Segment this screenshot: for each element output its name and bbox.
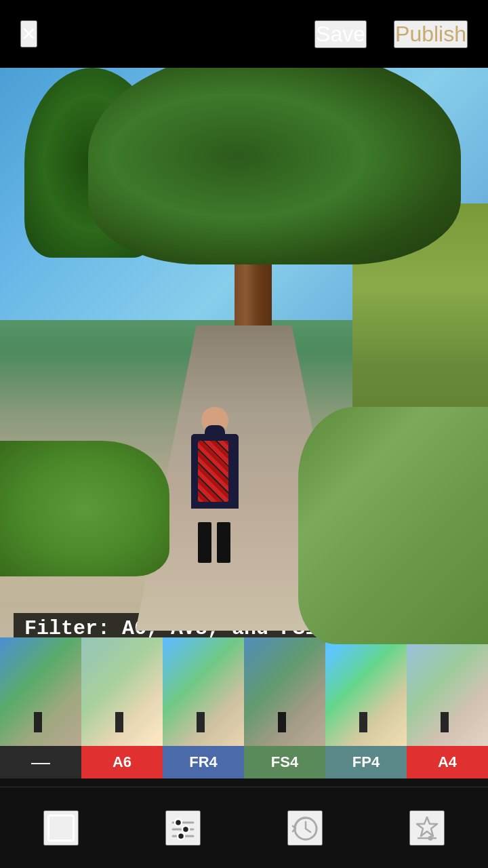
filter-label-A4: A4: [407, 746, 488, 778]
adjust-icon: [167, 812, 199, 844]
filter-label-none: —: [0, 746, 81, 778]
publish-button[interactable]: Publish: [394, 20, 468, 48]
filter-thumb-img-FS4: [244, 637, 325, 746]
presets-icon-container: [411, 812, 443, 844]
grass-left: [0, 441, 169, 576]
frame-icon: [45, 812, 77, 844]
filter-thumb-A4: [407, 637, 488, 746]
history-icon-container: [289, 812, 321, 844]
person-head: [201, 407, 228, 434]
bottom-toolbar: [0, 787, 488, 868]
thumb-person-FS4: [278, 712, 286, 732]
person-plaid: [198, 441, 228, 502]
thumb-person-A4: [441, 712, 449, 732]
svg-marker-7: [417, 817, 437, 836]
svg-point-5: [178, 833, 184, 840]
photo-background: Programs that i mainly use: VSCO Filter:…: [0, 68, 488, 698]
filter-item-A4[interactable]: A4: [407, 637, 488, 787]
square-icon: [47, 814, 75, 842]
filter-thumb-img-none: [0, 637, 81, 746]
filter-thumb-img-A4: [407, 637, 488, 746]
thumb-person-FP4: [359, 712, 367, 732]
filter-thumb-FP4: [325, 637, 407, 746]
person: [184, 407, 245, 556]
person-leg-left: [198, 522, 211, 563]
filter-label-FP4: FP4: [325, 746, 407, 778]
filter-thumb-A6: [81, 637, 163, 746]
filter-thumb-img-FP4: [325, 637, 407, 746]
thumb-person-A6: [115, 712, 123, 732]
sliders-icon: [169, 814, 197, 842]
filter-thumb-FS4: [244, 637, 325, 746]
presets-icon: [413, 814, 441, 842]
grass-right: [298, 407, 488, 644]
photo-area: Programs that i mainly use: VSCO Filter:…: [0, 68, 488, 698]
thumb-person: [34, 712, 42, 732]
history-button[interactable]: [287, 810, 323, 846]
history-icon: [291, 814, 319, 842]
filter-item-FP4[interactable]: FP4: [325, 637, 407, 787]
close-button[interactable]: ×: [20, 20, 37, 47]
person-legs: [198, 522, 232, 563]
filter-label-FS4: FS4: [244, 746, 325, 778]
filter-thumb-img-A6: [81, 637, 163, 746]
svg-point-3: [182, 826, 189, 833]
filter-item-FR4[interactable]: FR4: [163, 637, 244, 787]
thumb-person-FR4: [197, 712, 205, 732]
filter-thumb-FR4: [163, 637, 244, 746]
person-leg-right: [217, 522, 230, 563]
header-bar: × Save Publish: [0, 0, 488, 68]
filter-item-FS4[interactable]: FS4: [244, 637, 325, 787]
filter-label-A6: A6: [81, 746, 163, 778]
tree-canopy: [88, 68, 461, 264]
close-icon: ×: [22, 20, 36, 47]
person-body: [188, 434, 242, 522]
filter-thumb-none: [0, 637, 81, 746]
filter-item-A6[interactable]: A6: [81, 637, 163, 787]
filter-strip: — A6 FR4 FS4: [0, 637, 488, 787]
header-actions: Save Publish: [314, 20, 468, 48]
filter-label-FR4: FR4: [163, 746, 244, 778]
filter-item-none[interactable]: —: [0, 637, 81, 787]
adjust-button[interactable]: [165, 810, 201, 846]
save-button[interactable]: Save: [314, 20, 367, 48]
presets-button[interactable]: [409, 810, 445, 846]
frame-button[interactable]: [43, 810, 79, 846]
svg-point-9: [428, 835, 433, 840]
svg-point-1: [175, 819, 182, 826]
filter-thumb-img-FR4: [163, 637, 244, 746]
